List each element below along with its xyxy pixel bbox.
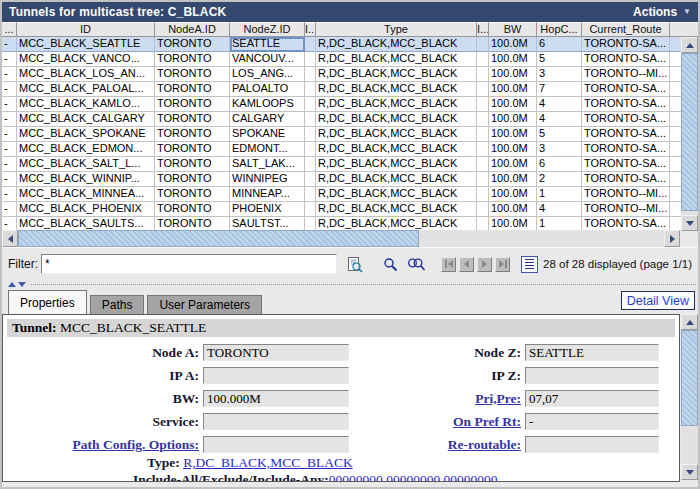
cell-i1[interactable] (305, 217, 316, 230)
cell-sel[interactable]: - (2, 97, 17, 112)
filter-report-button[interactable] (346, 256, 363, 273)
cell-i2[interactable] (477, 97, 489, 112)
cell-route[interactable]: TORONTO-SA... (582, 172, 670, 187)
tab-user-parameters[interactable]: User Parameters (147, 295, 262, 314)
cell-bw[interactable]: 100.0M (489, 37, 537, 52)
cell-id[interactable]: MCC_BLACK_CALGARY (17, 112, 155, 127)
cell-sel[interactable]: - (2, 157, 17, 172)
cell-i2[interactable] (477, 187, 489, 202)
cell-i2[interactable] (477, 202, 489, 217)
cell-hop[interactable]: 6 (537, 157, 582, 172)
cell-bw[interactable]: 100.0M (489, 97, 537, 112)
cell-type[interactable]: R,DC_BLACK,MCC_BLACK (316, 112, 477, 127)
column-header-sel[interactable]: ... (2, 22, 17, 37)
property-label[interactable]: Path Config. Options: (7, 437, 203, 453)
cell-bw[interactable]: 100.0M (489, 202, 537, 217)
splitter-collapse-down-icon[interactable] (18, 282, 26, 287)
table-row[interactable]: -MCC_BLACK_MINNEA...TORONTOMINNEAP...R,D… (2, 187, 681, 202)
property-field[interactable] (203, 413, 349, 430)
cell-node_a[interactable]: TORONTO (155, 67, 230, 82)
cell-node_a[interactable]: TORONTO (155, 202, 230, 217)
cell-i1[interactable] (305, 52, 316, 67)
cell-type[interactable]: R,DC_BLACK,MCC_BLACK (316, 82, 477, 97)
cell-type[interactable]: R,DC_BLACK,MCC_BLACK (316, 127, 477, 142)
cell-hop[interactable]: 6 (537, 37, 582, 52)
cell-i1[interactable] (305, 142, 316, 157)
table-row[interactable]: -MCC_BLACK_SPOKANETORONTOSPOKANER,DC_BLA… (2, 127, 681, 142)
property-field[interactable] (525, 367, 659, 384)
cell-node_z[interactable]: CALGARY (230, 112, 305, 127)
cell-bw[interactable]: 100.0M (489, 67, 537, 82)
cell-i1[interactable] (305, 172, 316, 187)
cell-bw[interactable]: 100.0M (489, 157, 537, 172)
cell-id[interactable]: MCC_BLACK_SAULTS... (17, 217, 155, 230)
cell-hop[interactable]: 1 (537, 217, 582, 230)
column-header-route[interactable]: Current_Route (582, 22, 670, 37)
cell-i1[interactable] (305, 97, 316, 112)
actions-menu-button[interactable]: Actions ▼ (633, 5, 691, 19)
property-field[interactable]: - (525, 413, 659, 430)
panel-splitter[interactable] (2, 280, 698, 289)
cell-route[interactable]: TORONTO-SA... (582, 97, 670, 112)
cell-node_z[interactable]: LOS_ANG... (230, 67, 305, 82)
cell-i1[interactable] (305, 37, 316, 52)
cell-node_z[interactable]: KAMLOOPS (230, 97, 305, 112)
table-row[interactable]: -MCC_BLACK_SAULTS...TORONTOSAULTST...R,D… (2, 217, 681, 230)
cell-route[interactable]: TORONTO-SA... (582, 217, 670, 230)
cell-id[interactable]: MCC_BLACK_PHOENIX (17, 202, 155, 217)
previous-page-button[interactable] (459, 257, 474, 272)
cell-hop[interactable]: 5 (537, 127, 582, 142)
cell-hop[interactable]: 4 (537, 97, 582, 112)
splitter-collapse-up-icon[interactable] (8, 282, 16, 287)
table-row[interactable]: -MCC_BLACK_EDMON...TORONTOEDMONT...R,DC_… (2, 142, 681, 157)
cell-route[interactable]: TORONTO-SA... (582, 37, 670, 52)
table-row[interactable]: -MCC_BLACK_KAMLO...TORONTOKAMLOOPSR,DC_B… (2, 97, 681, 112)
scroll-left-button[interactable] (2, 230, 18, 247)
cell-id[interactable]: MCC_BLACK_PALOAL... (17, 82, 155, 97)
cell-i1[interactable] (305, 202, 316, 217)
property-field[interactable]: 07,07 (525, 390, 659, 407)
cell-sel[interactable]: - (2, 37, 17, 52)
property-field[interactable] (203, 367, 349, 384)
cell-route[interactable]: TORONTO-SA... (582, 157, 670, 172)
table-vertical-scrollbar[interactable] (681, 37, 698, 231)
cell-hop[interactable]: 5 (537, 52, 582, 67)
table-row[interactable]: -MCC_BLACK_LOS_AN...TORONTOLOS_ANG...R,D… (2, 67, 681, 82)
table-row[interactable]: -MCC_BLACK_PHOENIXTORONTOPHOENIXR,DC_BLA… (2, 202, 681, 217)
cell-i2[interactable] (477, 142, 489, 157)
cell-hop[interactable]: 4 (537, 112, 582, 127)
table-row[interactable]: -MCC_BLACK_WINNIP...TORONTOWINNIPEGR,DC_… (2, 172, 681, 187)
column-header-id[interactable]: ID (17, 22, 155, 37)
property-label[interactable]: Pri,Pre: (349, 391, 525, 407)
cell-type[interactable]: R,DC_BLACK,MCC_BLACK (316, 52, 477, 67)
cell-hop[interactable]: 7 (537, 82, 582, 97)
include-value-link[interactable]: 00000000 00000000 00000000 (329, 472, 498, 482)
cell-node_z[interactable]: EDMONT... (230, 142, 305, 157)
cell-route[interactable]: TORONTO--MI... (582, 67, 670, 82)
cell-hop[interactable]: 3 (537, 67, 582, 82)
cell-type[interactable]: R,DC_BLACK,MCC_BLACK (316, 97, 477, 112)
zoom-button[interactable] (383, 257, 398, 272)
cell-bw[interactable]: 100.0M (489, 127, 537, 142)
property-label[interactable]: On Pref Rt: (349, 414, 525, 430)
cell-route[interactable]: TORONTO-SA... (582, 52, 670, 67)
cell-route[interactable]: TORONTO--MI... (582, 202, 670, 217)
cell-id[interactable]: MCC_BLACK_MINNEA... (17, 187, 155, 202)
cell-sel[interactable]: - (2, 187, 17, 202)
cell-id[interactable]: MCC_BLACK_EDMON... (17, 142, 155, 157)
zoom-selection-button[interactable] (407, 257, 426, 272)
property-field[interactable]: 100.000M (203, 390, 349, 407)
cell-node_z[interactable]: SALT_LAK... (230, 157, 305, 172)
cell-node_a[interactable]: TORONTO (155, 172, 230, 187)
properties-scroll-up-button[interactable] (681, 314, 698, 330)
cell-i2[interactable] (477, 67, 489, 82)
cell-route[interactable]: TORONTO-SA... (582, 112, 670, 127)
first-page-button[interactable] (441, 257, 456, 272)
cell-type[interactable]: R,DC_BLACK,MCC_BLACK (316, 172, 477, 187)
table-horizontal-scrollbar[interactable] (2, 230, 680, 247)
type-value-link[interactable]: R,DC_BLACK,MCC_BLACK (183, 455, 353, 470)
cell-type[interactable]: R,DC_BLACK,MCC_BLACK (316, 217, 477, 230)
column-header-type[interactable]: Type (316, 22, 477, 37)
cell-id[interactable]: MCC_BLACK_LOS_AN... (17, 67, 155, 82)
cell-node_z[interactable]: MINNEAP... (230, 187, 305, 202)
